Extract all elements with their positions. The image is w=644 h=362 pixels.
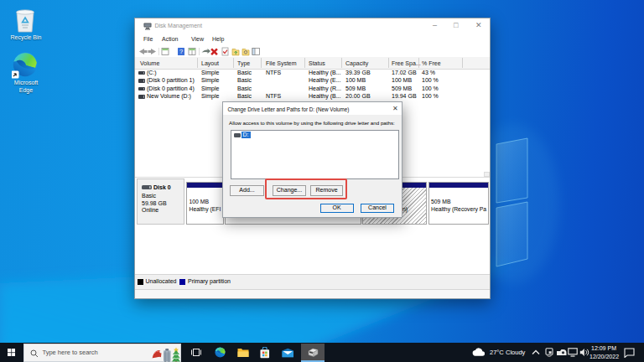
svg-text:?: ? bbox=[179, 48, 183, 55]
